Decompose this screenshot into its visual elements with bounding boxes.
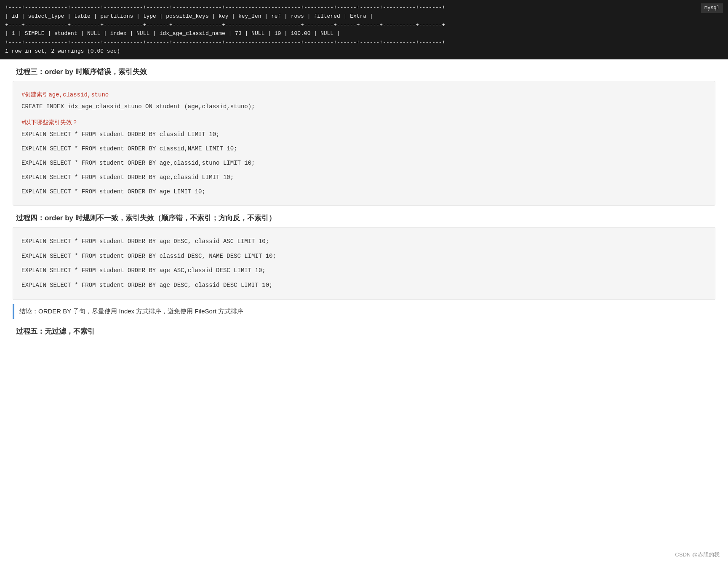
code-line6: EXPLAIN SELECT * FROM student ORDER BY a… xyxy=(21,186,707,198)
code-line1: CREATE INDEX idx_age_classid_stuno ON st… xyxy=(21,101,707,112)
code-line5: EXPLAIN SELECT * FROM student ORDER BY a… xyxy=(21,171,707,183)
mysql-tag: mysql xyxy=(701,3,723,13)
section4-code-block: EXPLAIN SELECT * FROM student ORDER BY a… xyxy=(13,227,715,300)
terminal-data-row: | 1 | SIMPLE | student | NULL | index | … xyxy=(5,29,723,38)
code-comment1: #创建索引age,classid,stuno xyxy=(21,89,707,101)
terminal-header: | id | select_type | table | partitions … xyxy=(5,12,723,21)
s4-line3: EXPLAIN SELECT * FROM student ORDER BY a… xyxy=(21,264,707,277)
terminal-separator-bot: +----+-------------+---------+----------… xyxy=(5,38,723,47)
s4-line2: EXPLAIN SELECT * FROM student ORDER BY c… xyxy=(21,250,707,263)
main-content: 过程三：order by 时顺序错误，索引失效 #创建索引age,classid… xyxy=(0,67,728,349)
section4-heading: 过程四：order by 时规则不一致，索引失效（顺序错，不索引；方向反，不索引… xyxy=(13,213,715,223)
code-line4: EXPLAIN SELECT * FROM student ORDER BY a… xyxy=(21,157,707,169)
code-comment2: #以下哪些索引失效？ xyxy=(21,117,707,128)
terminal-block: mysql +----+-------------+---------+----… xyxy=(0,0,728,59)
terminal-separator-mid: +----+-------------+---------+----------… xyxy=(5,21,723,30)
section3-heading: 过程三：order by 时顺序错误，索引失效 xyxy=(13,67,715,77)
terminal-footer: 1 row in set, 2 warnings (0.00 sec) xyxy=(5,47,723,56)
conclusion-text: 结论：ORDER BY 子句，尽量使用 Index 方式排序，避免使用 File… xyxy=(19,308,243,315)
section3-code-block: #创建索引age,classid,stuno CREATE INDEX idx_… xyxy=(13,81,715,206)
code-line2: EXPLAIN SELECT * FROM student ORDER BY c… xyxy=(21,128,707,140)
conclusion-block: 结论：ORDER BY 子句，尽量使用 Index 方式排序，避免使用 File… xyxy=(13,304,715,319)
s4-line1: EXPLAIN SELECT * FROM student ORDER BY a… xyxy=(21,235,707,248)
code-line3: EXPLAIN SELECT * FROM student ORDER BY c… xyxy=(21,143,707,155)
terminal-separator-top: +----+-------------+---------+----------… xyxy=(5,3,723,12)
s4-line4: EXPLAIN SELECT * FROM student ORDER BY a… xyxy=(21,279,707,292)
section5-heading: 过程五：无过滤，不索引 xyxy=(13,326,715,336)
